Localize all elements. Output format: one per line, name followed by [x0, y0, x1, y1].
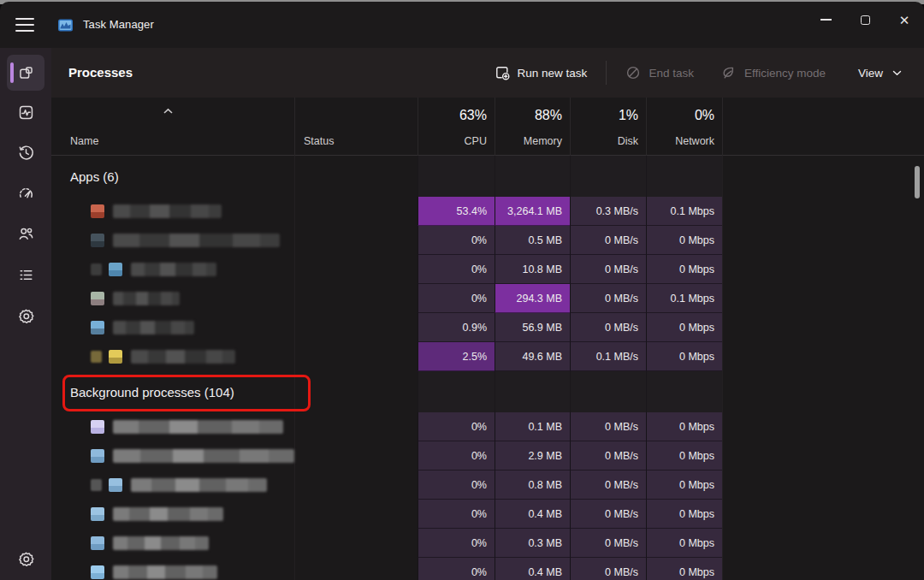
row-filler-cell — [722, 197, 924, 226]
column-header-status[interactable]: Status — [294, 98, 418, 156]
section-stat-cell — [570, 371, 646, 412]
table-row[interactable]: 53.4%3,264.1 MB0.3 MB/s0.1 Mbps — [51, 197, 924, 226]
cpu-value-cell: 0% — [418, 255, 495, 284]
process-app-icon — [109, 478, 122, 492]
redacted-pre-block — [91, 263, 102, 275]
table-row[interactable]: 0%0.1 MB0 MB/s0 Mbps — [51, 412, 924, 441]
sidebar-item-details[interactable] — [7, 257, 44, 293]
table-row[interactable]: 0%0.3 MB0 MB/s0 Mbps — [51, 529, 924, 558]
disk-value-cell: 0.1 MB/s — [570, 342, 646, 371]
maximize-button[interactable] — [845, 2, 885, 38]
process-name-cell — [51, 558, 294, 580]
table-row[interactable]: 0%0.8 MB0 MB/s0 Mbps — [51, 471, 924, 500]
sidebar-item-services[interactable] — [7, 298, 44, 334]
memory-value-cell: 10.8 MB — [495, 255, 570, 284]
redacted-process-name — [131, 263, 216, 276]
network-value-cell: 0.1 Mbps — [646, 197, 722, 226]
cpu-value-cell: 0% — [418, 529, 495, 558]
redacted-process-name — [131, 478, 267, 492]
row-filler-cell — [722, 412, 924, 441]
column-header-cpu[interactable]: 63% CPU — [418, 98, 495, 156]
section-label: Background processes (104) — [51, 385, 294, 399]
redacted-process-name — [113, 321, 194, 334]
efficiency-mode-button[interactable]: Efficiency mode — [711, 58, 836, 87]
row-filler-cell — [722, 313, 924, 342]
process-name-cell — [51, 226, 294, 255]
efficiency-mode-label: Efficiency mode — [744, 67, 826, 80]
maximize-icon — [861, 15, 870, 25]
row-filler-cell — [722, 255, 924, 284]
process-app-icon — [91, 449, 104, 463]
memory-column-label: Memory — [524, 135, 562, 147]
memory-total-percent: 88% — [535, 108, 562, 123]
sidebar — [0, 48, 51, 580]
network-column-label: Network — [675, 135, 714, 147]
header-filler — [722, 98, 924, 156]
column-header-disk[interactable]: 1% Disk — [570, 98, 646, 156]
processes-icon — [18, 65, 34, 81]
app-history-icon — [18, 145, 34, 161]
chevron-down-icon — [892, 70, 902, 76]
process-status-cell — [294, 471, 418, 500]
section-status-cell — [294, 371, 418, 412]
redacted-process-name — [113, 292, 180, 305]
table-row[interactable]: 0%0.5 MB0 MB/s0 Mbps — [51, 226, 924, 255]
redacted-process-name — [113, 536, 209, 550]
minimize-button[interactable] — [806, 2, 845, 38]
table-row[interactable]: 0%10.8 MB0 MB/s0 Mbps — [51, 255, 924, 284]
toolbar-separator — [606, 61, 607, 85]
table-row[interactable]: 0%0.4 MB0 MB/s0 Mbps — [51, 500, 924, 529]
section-stat-cell — [646, 156, 722, 197]
run-new-task-button[interactable]: Run new task — [484, 58, 598, 87]
redacted-process-name — [113, 234, 280, 247]
memory-value-cell: 0.8 MB — [495, 471, 570, 500]
process-status-cell — [294, 197, 418, 226]
process-name-cell — [51, 500, 294, 529]
column-header-network[interactable]: 0% Network — [646, 98, 722, 156]
disk-value-cell: 0 MB/s — [570, 226, 646, 255]
disk-value-cell: 0 MB/s — [570, 500, 646, 529]
section-stat-cell — [418, 371, 495, 412]
table-row[interactable]: 0%2.9 MB0 MB/s0 Mbps — [51, 441, 924, 471]
view-dropdown-button[interactable]: View — [848, 60, 912, 86]
table-row[interactable]: 0%294.3 MB0 MB/s0.1 Mbps — [51, 284, 924, 313]
sidebar-item-startup-apps[interactable] — [7, 175, 44, 211]
disk-column-label: Disk — [618, 135, 638, 147]
main-content: Processes Run new task — [51, 48, 924, 580]
sidebar-item-app-history[interactable] — [7, 134, 44, 170]
row-filler-cell — [722, 441, 924, 471]
memory-value-cell: 0.5 MB — [495, 226, 570, 255]
table-row[interactable]: 0.9%56.9 MB0 MB/s0 Mbps — [51, 313, 924, 342]
end-task-icon — [625, 65, 641, 80]
table-header: Name Status 63% CPU 88% Memory 1% Disk 0… — [51, 98, 924, 156]
process-app-icon — [91, 507, 104, 521]
table-row[interactable]: 2.5%49.6 MB0.1 MB/s0 Mbps — [51, 342, 924, 371]
sidebar-item-processes[interactable] — [7, 55, 44, 91]
close-button[interactable]: ✕ — [885, 2, 924, 38]
section-stat-cell — [418, 156, 495, 197]
cpu-value-cell: 0% — [418, 441, 495, 471]
sidebar-item-settings[interactable] — [7, 541, 44, 577]
sidebar-item-users[interactable] — [7, 216, 44, 252]
row-filler-cell — [722, 529, 924, 558]
process-app-icon — [91, 536, 104, 550]
cpu-value-cell: 0% — [418, 226, 495, 255]
section-header-row[interactable]: Background processes (104) — [51, 371, 924, 412]
process-status-cell — [294, 284, 418, 313]
row-filler-cell — [722, 284, 924, 313]
end-task-button[interactable]: End task — [615, 58, 704, 87]
process-app-icon — [91, 204, 104, 218]
column-header-memory[interactable]: 88% Memory — [495, 98, 570, 156]
section-header-row[interactable]: Apps (6) — [51, 156, 924, 197]
close-icon: ✕ — [899, 14, 910, 27]
redacted-process-name — [113, 507, 223, 521]
page-title: Processes — [68, 65, 133, 80]
vertical-scrollbar-thumb[interactable] — [915, 166, 920, 198]
section-stat-cell — [495, 156, 570, 197]
sidebar-item-performance[interactable] — [7, 94, 44, 130]
network-value-cell: 0 Mbps — [646, 412, 722, 441]
process-status-cell — [294, 342, 418, 371]
column-header-name[interactable]: Name — [51, 98, 294, 156]
hamburger-menu-button[interactable] — [13, 13, 38, 37]
table-row[interactable]: 0%0.4 MB0 MB/s0 Mbps — [51, 558, 924, 580]
